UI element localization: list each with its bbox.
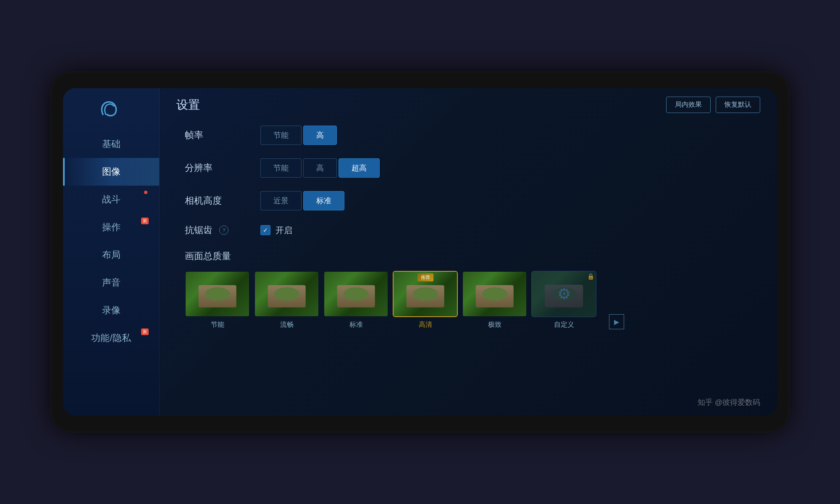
sidebar-item-image-label: 图像 — [102, 166, 121, 177]
game-scene-1 — [186, 272, 249, 316]
combat-badge — [144, 191, 147, 194]
phone-outer: 基础 图像 战斗 操作 新 布局 声音 录像 功能/隐私 — [50, 71, 790, 433]
camera-controls: 近景 标准 — [260, 191, 344, 210]
res-high-btn[interactable]: 高 — [303, 158, 337, 178]
play-btn-area: ▶ — [609, 314, 624, 329]
quality-card-standard[interactable]: 标准 — [323, 271, 388, 329]
quality-card-standard-img — [323, 271, 388, 317]
quality-cards: 节能 流畅 — [185, 271, 752, 329]
effect-button[interactable]: 局内效果 — [666, 97, 711, 113]
quality-card-hd-img: 推荐 — [393, 271, 458, 317]
play-icon: ▶ — [614, 318, 619, 326]
header-buttons: 局内效果 恢复默认 — [666, 97, 760, 113]
sidebar-item-combat[interactable]: 战斗 — [63, 186, 159, 213]
operation-badge: 新 — [141, 218, 149, 224]
sidebar-item-privacy-label: 功能/隐私 — [91, 333, 131, 343]
camera-standard-btn[interactable]: 标准 — [303, 191, 344, 210]
quality-card-custom-label: 自定义 — [554, 320, 574, 329]
sidebar-item-recording[interactable]: 录像 — [63, 297, 159, 324]
resolution-controls: 节能 高 超高 — [260, 158, 380, 178]
camera-row: 相机高度 近景 标准 — [185, 191, 752, 210]
game-scene-3 — [324, 272, 388, 316]
antialias-help-icon[interactable]: ? — [219, 226, 228, 235]
res-eco-btn[interactable]: 节能 — [260, 158, 302, 178]
watermark: 知乎 @彼得爱数码 — [698, 397, 760, 407]
sidebar-item-sound-label: 声音 — [102, 277, 121, 288]
antialias-checkbox-area: ✓ 开启 — [260, 225, 292, 236]
antialias-checkbox[interactable]: ✓ — [260, 225, 270, 235]
header: 设置 局内效果 恢复默认 — [176, 97, 760, 113]
sidebar-item-recording-label: 录像 — [102, 305, 121, 315]
sidebar-item-basics[interactable]: 基础 — [63, 130, 159, 158]
phone-screen: 基础 图像 战斗 操作 新 布局 声音 录像 功能/隐私 — [63, 88, 777, 416]
recommended-badge: 推荐 — [417, 273, 433, 281]
privacy-badge: 新 — [141, 328, 149, 335]
sidebar-item-combat-label: 战斗 — [102, 194, 121, 205]
antialias-row: 抗锯齿 ? ✓ 开启 — [185, 224, 752, 236]
antialias-label: 抗锯齿 ? — [185, 224, 235, 236]
quality-title: 画面总质量 — [185, 250, 752, 262]
quality-card-standard-label: 标准 — [349, 320, 363, 329]
reset-button[interactable]: 恢复默认 — [716, 97, 760, 113]
sidebar-item-privacy[interactable]: 功能/隐私 新 — [63, 324, 159, 352]
res-ultra-btn[interactable]: 超高 — [339, 158, 380, 178]
sidebar-item-basics-label: 基础 — [102, 139, 121, 149]
quality-card-hd[interactable]: 推荐 高清 — [393, 271, 458, 329]
quality-card-ultra-label: 极致 — [488, 320, 501, 329]
quality-card-custom-img: 🔒 ⚙ — [531, 271, 596, 317]
quality-card-smooth-img — [254, 271, 319, 317]
page-title: 设置 — [176, 97, 200, 113]
antialias-check-label: 开启 — [276, 225, 292, 236]
logo-icon — [100, 100, 123, 119]
game-scene-5 — [463, 272, 526, 316]
resolution-label: 分辨率 — [185, 162, 235, 174]
fps-eco-btn[interactable]: 节能 — [260, 126, 302, 145]
quality-card-power-save[interactable]: 节能 — [185, 271, 250, 329]
sidebar: 基础 图像 战斗 操作 新 布局 声音 录像 功能/隐私 — [63, 88, 160, 416]
fps-row: 帧率 节能 高 — [185, 126, 752, 145]
quality-card-smooth-label: 流畅 — [280, 320, 294, 329]
play-button[interactable]: ▶ — [609, 314, 624, 329]
camera-close-btn[interactable]: 近景 — [260, 191, 302, 210]
gear-icon: ⚙ — [557, 285, 571, 303]
game-scene-2 — [255, 272, 318, 316]
quality-card-power-save-label: 节能 — [211, 320, 224, 329]
quality-card-power-save-img — [185, 271, 250, 317]
sidebar-item-operation-label: 操作 — [102, 222, 121, 232]
sidebar-item-sound[interactable]: 声音 — [63, 269, 159, 297]
quality-card-custom[interactable]: 🔒 ⚙ 自定义 — [531, 271, 596, 329]
sidebar-item-operation[interactable]: 操作 新 — [63, 213, 159, 241]
quality-section: 画面总质量 节能 — [185, 250, 752, 329]
fps-label: 帧率 — [185, 129, 235, 142]
camera-label: 相机高度 — [185, 194, 235, 207]
quality-card-hd-label: 高清 — [419, 320, 432, 329]
sidebar-logo — [99, 97, 124, 122]
sidebar-item-layout-label: 布局 — [102, 249, 121, 260]
lock-icon: 🔒 — [587, 273, 594, 280]
settings-area: 帧率 节能 高 分辨率 节能 高 超高 — [176, 126, 760, 329]
sidebar-item-layout[interactable]: 布局 — [63, 241, 159, 269]
quality-card-smooth[interactable]: 流畅 — [254, 271, 319, 329]
fps-high-btn[interactable]: 高 — [303, 126, 337, 145]
checkmark-icon: ✓ — [263, 227, 268, 234]
quality-card-ultra[interactable]: 极致 — [462, 271, 527, 329]
sidebar-item-image[interactable]: 图像 — [63, 158, 159, 186]
main-content: 设置 局内效果 恢复默认 帧率 节能 高 分辨率 — [160, 88, 777, 416]
resolution-row: 分辨率 节能 高 超高 — [185, 158, 752, 178]
fps-controls: 节能 高 — [260, 126, 337, 145]
quality-card-ultra-img — [462, 271, 527, 317]
